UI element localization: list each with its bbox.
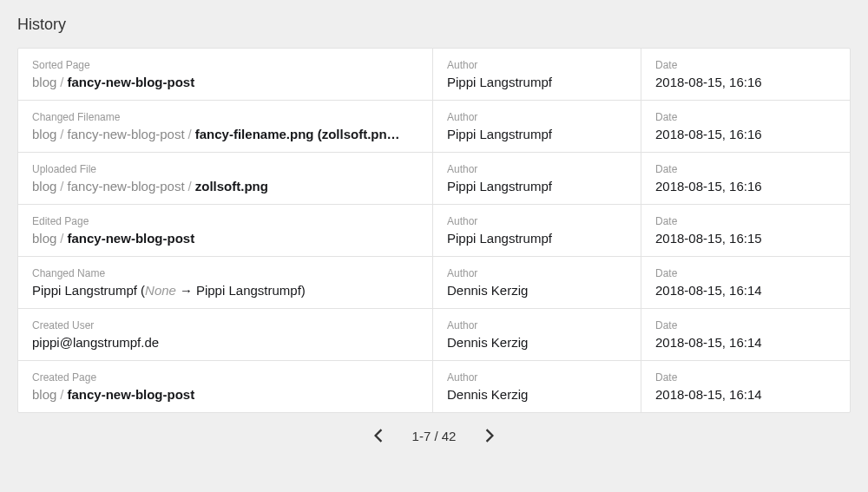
action-value: blog/fancy-new-blog-post/fancy-filename.… (32, 127, 418, 141)
author-label: Author (447, 111, 627, 123)
author-cell: AuthorPippi Langstrumpf (433, 153, 641, 204)
author-value: Dennis Kerzig (447, 283, 627, 298)
action-cell: Created Pageblog/fancy-new-blog-post (18, 361, 433, 412)
author-cell: AuthorPippi Langstrumpf (433, 101, 641, 152)
author-cell: AuthorPippi Langstrumpf (433, 49, 641, 100)
next-page-button[interactable] (478, 425, 501, 446)
table-row[interactable]: Changed Filenameblog/fancy-new-blog-post… (18, 101, 850, 153)
author-cell: AuthorDennis Kerzig (433, 309, 641, 360)
table-row[interactable]: Edited Pageblog/fancy-new-blog-postAutho… (18, 205, 850, 257)
author-label: Author (447, 371, 627, 384)
author-label: Author (447, 59, 627, 71)
action-label: Uploaded File (32, 163, 418, 175)
action-label: Changed Filename (32, 111, 418, 123)
action-value: blog/fancy-new-blog-post (32, 75, 418, 89)
date-value: 2018-08-15, 16:14 (655, 335, 836, 350)
prev-page-button[interactable] (367, 425, 390, 446)
table-row[interactable]: Sorted Pageblog/fancy-new-blog-postAutho… (18, 49, 850, 101)
action-cell: Uploaded Fileblog/fancy-new-blog-post/zo… (18, 153, 433, 204)
date-value: 2018-08-15, 16:14 (655, 387, 836, 402)
author-value: Pippi Langstrumpf (447, 179, 627, 194)
action-label: Created Page (32, 371, 418, 384)
date-cell: Date2018-08-15, 16:16 (641, 153, 850, 204)
date-label: Date (655, 215, 836, 227)
page-title: History (17, 16, 851, 34)
date-value: 2018-08-15, 16:16 (655, 127, 836, 141)
date-label: Date (655, 111, 836, 123)
action-value: blog/fancy-new-blog-post (32, 231, 418, 246)
date-label: Date (655, 371, 836, 384)
date-value: 2018-08-15, 16:16 (655, 75, 836, 89)
date-label: Date (655, 59, 836, 71)
author-label: Author (447, 215, 627, 227)
action-label: Sorted Page (32, 59, 418, 71)
date-cell: Date2018-08-15, 16:14 (641, 257, 850, 308)
author-label: Author (447, 319, 627, 331)
pagination-text: 1-7 / 42 (412, 429, 457, 443)
date-value: 2018-08-15, 16:16 (655, 179, 836, 194)
author-label: Author (447, 163, 627, 175)
author-label: Author (447, 267, 627, 279)
action-cell: Edited Pageblog/fancy-new-blog-post (18, 205, 433, 256)
date-label: Date (655, 163, 836, 175)
action-value: Pippi Langstrumpf (None→Pippi Langstrump… (32, 283, 418, 298)
history-table: Sorted Pageblog/fancy-new-blog-postAutho… (17, 48, 851, 413)
author-value: Pippi Langstrumpf (447, 75, 627, 89)
author-value: Dennis Kerzig (447, 387, 627, 402)
table-row[interactable]: Created Pageblog/fancy-new-blog-postAuth… (18, 361, 850, 412)
date-cell: Date2018-08-15, 16:16 (641, 101, 850, 152)
author-value: Pippi Langstrumpf (447, 127, 627, 141)
author-cell: AuthorDennis Kerzig (433, 257, 641, 308)
table-row[interactable]: Changed NamePippi Langstrumpf (None→Pipp… (18, 257, 850, 309)
action-value: blog/fancy-new-blog-post (32, 387, 418, 402)
action-cell: Created Userpippi@langstrumpf.de (18, 309, 433, 360)
action-label: Edited Page (32, 215, 418, 227)
date-cell: Date2018-08-15, 16:14 (641, 309, 850, 360)
date-label: Date (655, 319, 836, 331)
action-label: Created User (32, 319, 418, 331)
date-cell: Date2018-08-15, 16:15 (641, 205, 850, 256)
pagination: 1-7 / 42 (17, 413, 851, 458)
author-value: Pippi Langstrumpf (447, 231, 627, 246)
action-cell: Sorted Pageblog/fancy-new-blog-post (18, 49, 433, 100)
author-value: Dennis Kerzig (447, 335, 627, 350)
date-label: Date (655, 267, 836, 279)
action-value: blog/fancy-new-blog-post/zollsoft.png (32, 179, 418, 194)
chevron-left-icon (374, 429, 383, 443)
table-row[interactable]: Created Userpippi@langstrumpf.deAuthorDe… (18, 309, 850, 361)
action-cell: Changed NamePippi Langstrumpf (None→Pipp… (18, 257, 433, 308)
action-label: Changed Name (32, 267, 418, 279)
chevron-right-icon (485, 429, 494, 443)
action-value: pippi@langstrumpf.de (32, 335, 418, 350)
date-value: 2018-08-15, 16:14 (655, 283, 836, 298)
author-cell: AuthorPippi Langstrumpf (433, 205, 641, 256)
table-row[interactable]: Uploaded Fileblog/fancy-new-blog-post/zo… (18, 153, 850, 205)
date-cell: Date2018-08-15, 16:16 (641, 49, 850, 100)
action-cell: Changed Filenameblog/fancy-new-blog-post… (18, 101, 433, 152)
date-cell: Date2018-08-15, 16:14 (641, 361, 850, 412)
author-cell: AuthorDennis Kerzig (433, 361, 641, 412)
date-value: 2018-08-15, 16:15 (655, 231, 836, 246)
